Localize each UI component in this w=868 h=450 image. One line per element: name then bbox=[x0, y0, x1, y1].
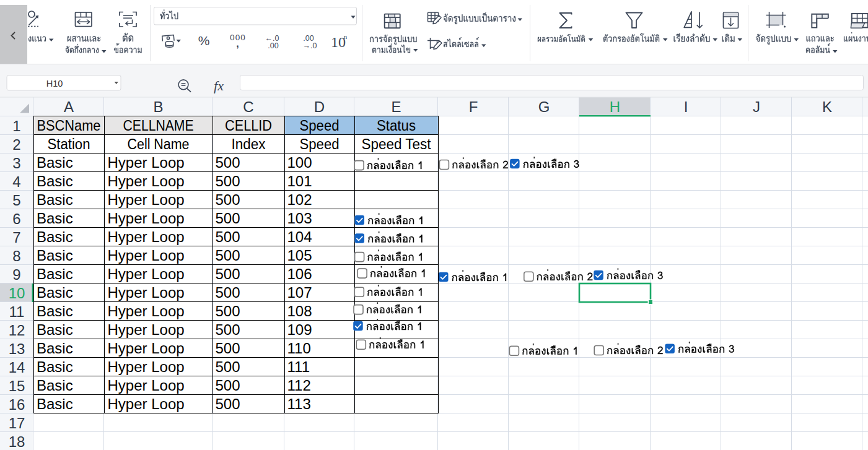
svg-text:Basic: Basic bbox=[37, 191, 73, 208]
svg-text:J: J bbox=[753, 98, 760, 115]
svg-text:4: 4 bbox=[12, 173, 20, 190]
svg-text:500: 500 bbox=[216, 396, 240, 412]
svg-text:Basic: Basic bbox=[37, 210, 73, 227]
svg-text:500: 500 bbox=[216, 247, 240, 264]
svg-text:.00: .00 bbox=[268, 41, 278, 50]
svg-text:110: 110 bbox=[287, 340, 311, 357]
svg-text:Hyper Loop: Hyper Loop bbox=[108, 210, 185, 227]
svg-text:108: 108 bbox=[287, 303, 312, 319]
svg-text:102: 102 bbox=[287, 191, 312, 208]
svg-text:K: K bbox=[822, 98, 832, 115]
svg-text:9: 9 bbox=[12, 266, 20, 283]
svg-text:113: 113 bbox=[287, 396, 311, 412]
svg-text:500: 500 bbox=[216, 377, 240, 394]
svg-text:Station: Station bbox=[48, 136, 90, 152]
svg-text:12: 12 bbox=[9, 322, 25, 339]
svg-text:Basic: Basic bbox=[37, 340, 73, 357]
svg-text:8: 8 bbox=[12, 248, 20, 264]
svg-text:F: F bbox=[469, 98, 478, 115]
svg-text:18: 18 bbox=[9, 433, 25, 450]
svg-text:Basic: Basic bbox=[37, 321, 73, 338]
svg-text:Basic: Basic bbox=[37, 228, 73, 245]
svg-text:Hyper Loop: Hyper Loop bbox=[108, 396, 185, 412]
svg-text:Hyper Loop: Hyper Loop bbox=[108, 340, 185, 357]
svg-text:500: 500 bbox=[216, 321, 240, 338]
svg-text:D: D bbox=[314, 98, 325, 115]
svg-text:104: 104 bbox=[287, 228, 312, 245]
svg-text:500: 500 bbox=[216, 154, 240, 171]
svg-text:Hyper Loop: Hyper Loop bbox=[108, 358, 185, 375]
svg-text:13: 13 bbox=[9, 340, 25, 357]
svg-text:107: 107 bbox=[287, 284, 312, 301]
svg-text:C: C bbox=[243, 98, 253, 115]
svg-text:Basic: Basic bbox=[37, 303, 73, 319]
svg-text:11: 11 bbox=[9, 303, 25, 320]
svg-text:105: 105 bbox=[287, 247, 312, 264]
svg-text:BSCName: BSCName bbox=[37, 118, 101, 134]
svg-text:Basic: Basic bbox=[37, 173, 73, 189]
svg-text:Hyper Loop: Hyper Loop bbox=[108, 247, 185, 264]
svg-text:109: 109 bbox=[287, 321, 312, 338]
svg-text:Basic: Basic bbox=[37, 358, 73, 375]
svg-text:Hyper Loop: Hyper Loop bbox=[108, 173, 185, 189]
svg-text:103: 103 bbox=[287, 210, 312, 227]
svg-text:Speed: Speed bbox=[300, 136, 340, 152]
svg-text:6: 6 bbox=[12, 210, 20, 227]
svg-text:2: 2 bbox=[12, 136, 20, 153]
svg-text:Speed: Speed bbox=[300, 118, 340, 134]
svg-text:E: E bbox=[391, 98, 401, 115]
svg-text:fx: fx bbox=[214, 78, 224, 93]
svg-text:Basic: Basic bbox=[37, 396, 73, 412]
svg-text:I: I bbox=[684, 98, 688, 115]
svg-text:Index: Index bbox=[232, 136, 266, 152]
svg-text:500: 500 bbox=[216, 358, 240, 375]
svg-text:500: 500 bbox=[216, 228, 240, 245]
svg-text:CELLID: CELLID bbox=[225, 118, 272, 134]
svg-text:H10: H10 bbox=[46, 79, 63, 89]
svg-text:10: 10 bbox=[9, 285, 25, 301]
svg-text:Status: Status bbox=[377, 118, 416, 134]
svg-text:Hyper Loop: Hyper Loop bbox=[108, 303, 185, 319]
svg-text:500: 500 bbox=[216, 210, 240, 227]
svg-text:B: B bbox=[153, 98, 163, 115]
svg-text:500: 500 bbox=[216, 173, 240, 189]
svg-text:Hyper Loop: Hyper Loop bbox=[108, 266, 185, 282]
svg-text:14: 14 bbox=[9, 359, 25, 376]
svg-text:16: 16 bbox=[9, 396, 25, 413]
svg-text:H: H bbox=[610, 98, 620, 115]
svg-text:CELLNAME: CELLNAME bbox=[123, 118, 194, 134]
svg-text:106: 106 bbox=[287, 266, 312, 282]
svg-text:100: 100 bbox=[287, 154, 312, 171]
svg-text:15: 15 bbox=[9, 378, 25, 394]
svg-text:Hyper Loop: Hyper Loop bbox=[108, 377, 185, 394]
svg-text:Basic: Basic bbox=[37, 266, 73, 282]
svg-text:n: n bbox=[344, 33, 348, 40]
svg-text:500: 500 bbox=[216, 303, 240, 319]
svg-text:,: , bbox=[236, 38, 239, 49]
svg-text:101: 101 bbox=[287, 173, 312, 189]
svg-text:Speed Test: Speed Test bbox=[362, 136, 432, 152]
svg-text:3: 3 bbox=[12, 155, 20, 171]
svg-text:500: 500 bbox=[216, 266, 240, 282]
svg-text:G: G bbox=[538, 98, 550, 115]
svg-text:Basic: Basic bbox=[37, 377, 73, 394]
svg-text:%: % bbox=[198, 33, 210, 48]
svg-text:Basic: Basic bbox=[37, 247, 73, 264]
svg-text:Hyper Loop: Hyper Loop bbox=[108, 154, 185, 171]
svg-text:→.0: →.0 bbox=[303, 41, 317, 50]
svg-text:Cell Name: Cell Name bbox=[128, 136, 190, 152]
svg-text:Hyper Loop: Hyper Loop bbox=[108, 284, 185, 301]
svg-text:1: 1 bbox=[12, 118, 20, 134]
svg-text:Hyper Loop: Hyper Loop bbox=[108, 191, 185, 208]
svg-text:112: 112 bbox=[287, 377, 311, 394]
svg-text:A: A bbox=[64, 98, 74, 115]
svg-text:7: 7 bbox=[12, 229, 20, 246]
svg-text:Hyper Loop: Hyper Loop bbox=[108, 321, 185, 338]
svg-text:Hyper Loop: Hyper Loop bbox=[108, 228, 185, 245]
svg-text:Basic: Basic bbox=[37, 284, 73, 301]
svg-text:500: 500 bbox=[216, 340, 240, 357]
svg-text:500: 500 bbox=[216, 191, 240, 208]
svg-text:17: 17 bbox=[9, 415, 25, 431]
svg-text:500: 500 bbox=[216, 284, 240, 301]
svg-text:5: 5 bbox=[12, 192, 20, 209]
